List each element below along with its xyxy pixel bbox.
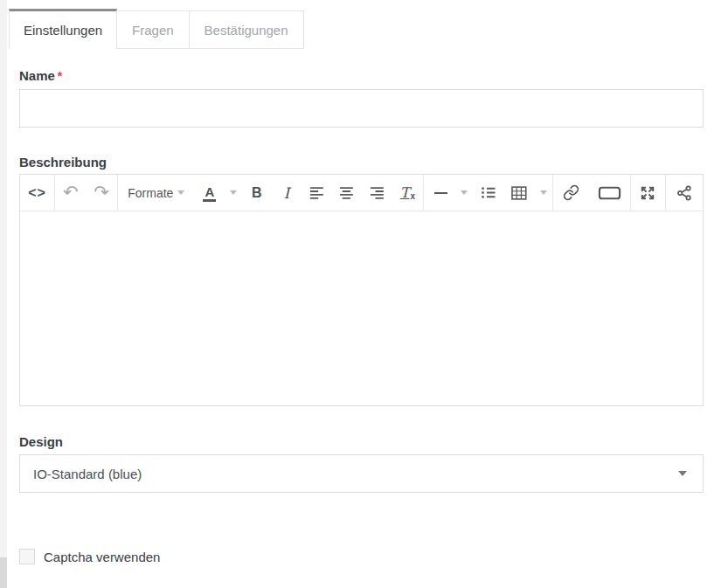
tab-einstellungen[interactable]: Einstellungen: [9, 9, 117, 49]
tab-bestaetigungen[interactable]: Bestätigungen: [190, 10, 304, 49]
chevron-down-icon: [177, 190, 184, 195]
tab-bestaetigungen-label: Bestätigungen: [205, 23, 288, 38]
captcha-row: Captcha verwenden: [19, 549, 704, 564]
table-icon: [511, 186, 527, 200]
table-menu-button[interactable]: [535, 175, 552, 211]
align-right-button[interactable]: [362, 175, 392, 211]
source-code-button[interactable]: <>: [20, 175, 54, 211]
align-center-icon: [339, 185, 354, 200]
undo-icon: ↶: [63, 183, 79, 202]
clear-formatting-sub: x: [411, 191, 416, 201]
align-center-button[interactable]: [331, 175, 362, 211]
formats-menu-button[interactable]: Formate: [118, 175, 195, 211]
bold-button[interactable]: B: [242, 175, 272, 211]
horizontal-rule-menu-button[interactable]: [455, 175, 473, 211]
text-color-icon: A: [203, 184, 216, 202]
left-scrollbar[interactable]: [0, 0, 7, 588]
name-label: Name*: [19, 68, 704, 84]
description-label: Beschreibung: [19, 155, 704, 170]
captcha-checkbox[interactable]: [19, 549, 35, 564]
design-select[interactable]: IO-Standard (blue): [19, 454, 704, 493]
editor-toolbar: <> ↶ ↷ Formate A: [20, 175, 703, 211]
rich-text-editor: <> ↶ ↷ Formate A: [19, 174, 704, 406]
chevron-down-icon: [540, 190, 547, 195]
clear-formatting-button[interactable]: T x: [392, 175, 423, 211]
chevron-down-icon: [461, 190, 468, 195]
settings-form: Name* Beschreibung <> ↶ ↷ Formate: [19, 68, 704, 564]
select-arrow-icon: [678, 471, 687, 476]
redo-button[interactable]: ↷: [86, 175, 116, 211]
undo-button[interactable]: ↶: [55, 175, 86, 211]
name-label-text: Name: [19, 68, 55, 83]
chevron-down-icon: [230, 190, 237, 195]
align-left-button[interactable]: [302, 175, 332, 211]
link-icon: [563, 184, 579, 201]
table-button[interactable]: [503, 175, 535, 211]
bullet-list-button[interactable]: [473, 175, 504, 211]
tab-bar: Einstellungen Fragen Bestätigungen: [9, 9, 728, 49]
design-select-value: IO-Standard (blue): [33, 467, 142, 481]
share-icon: [676, 185, 692, 201]
redo-icon: ↷: [94, 183, 109, 202]
italic-button[interactable]: I: [272, 175, 302, 211]
insert-button-button[interactable]: [590, 175, 630, 211]
form-settings-page: Einstellungen Fragen Bestätigungen Name*…: [0, 0, 728, 588]
fullscreen-icon: [640, 185, 655, 201]
text-color-menu-button[interactable]: [225, 175, 242, 211]
horizontal-rule-button[interactable]: [424, 175, 455, 211]
scrollbar-thumb[interactable]: [0, 557, 7, 588]
clear-formatting-icon: T: [400, 184, 410, 201]
share-button[interactable]: [666, 175, 703, 211]
editor-content-area[interactable]: [20, 211, 703, 405]
text-color-button[interactable]: A: [195, 175, 225, 211]
align-right-icon: [370, 185, 385, 200]
design-label: Design: [19, 434, 704, 450]
bold-icon: B: [252, 185, 262, 201]
tab-fragen[interactable]: Fragen: [117, 10, 190, 49]
align-left-icon: [309, 185, 324, 200]
tab-einstellungen-label: Einstellungen: [24, 23, 102, 38]
bullet-list-icon: [481, 185, 496, 200]
captcha-label: Captcha verwenden: [44, 550, 160, 564]
source-code-icon: <>: [28, 185, 46, 201]
name-input[interactable]: [19, 89, 704, 128]
button-shape-icon: [598, 185, 621, 201]
fullscreen-button[interactable]: [631, 175, 665, 211]
insert-link-button[interactable]: [553, 175, 590, 211]
required-asterisk: *: [58, 69, 62, 83]
tab-fragen-label: Fragen: [132, 23, 174, 38]
italic-icon: I: [283, 184, 289, 202]
horizontal-rule-icon: [434, 192, 447, 194]
formats-label: Formate: [128, 186, 177, 200]
